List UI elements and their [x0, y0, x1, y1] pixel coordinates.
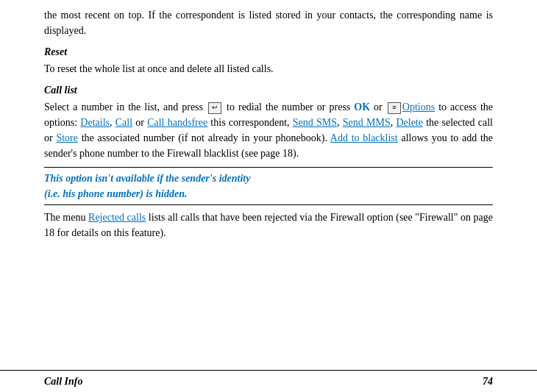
delete-label: Delete [396, 117, 423, 128]
call-label: Call [115, 117, 132, 128]
warning-block: This option isn't available if the sende… [44, 167, 493, 205]
rejected-calls-paragraph: The menu Rejected calls lists all calls … [44, 210, 493, 240]
details-label: Details [80, 117, 110, 128]
ok-label: OK [354, 101, 370, 113]
reset-section: Reset To reset the whole list at once an… [44, 44, 493, 76]
call-list-section: Call list Select a number in the list, a… [44, 82, 493, 161]
call-handsfree-label: Call handsfree [147, 117, 207, 128]
call-list-heading: Call list [44, 82, 493, 98]
add-to-blacklist-label: Add to blacklist [330, 132, 398, 143]
call-list-p1-after-icon: to redial the number or press [227, 101, 354, 113]
page-number: 74 [483, 376, 493, 388]
store-label: Store [56, 132, 78, 143]
send-mms-label: Send MMS [343, 117, 391, 128]
options-icon: ≡ [388, 102, 401, 114]
page-footer: Call Info 74 [0, 370, 537, 392]
rejected-calls-link: Rejected calls [88, 212, 146, 223]
reset-heading: Reset [44, 44, 493, 60]
call-list-p1-before-ok: Select a number in the list, and press [44, 101, 203, 113]
options-label: Options [402, 101, 435, 113]
footer-title: Call Info [44, 376, 83, 388]
redial-icon: ↩ [208, 102, 221, 114]
intro-paragraph: the most recent on top. If the correspon… [44, 7, 493, 38]
reset-text: To reset the whole list at once and dele… [44, 63, 274, 74]
page-content: the most recent on top. If the correspon… [0, 0, 537, 291]
send-sms-label: Send SMS [293, 117, 337, 128]
warning-text: This option isn't available if the sende… [44, 171, 493, 202]
